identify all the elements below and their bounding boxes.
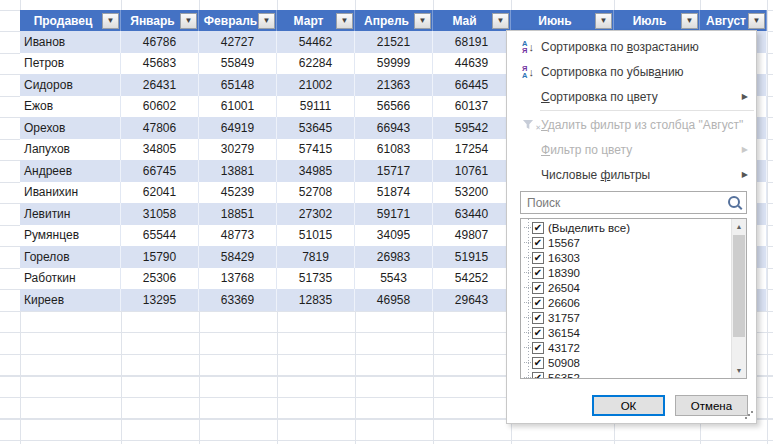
cell-value: 65148 (199, 74, 277, 96)
filter-button[interactable]: ▼ (595, 13, 612, 29)
filter-value-item[interactable]: ✔26504 (521, 280, 746, 295)
cell-seller-name: Иванов (20, 31, 121, 53)
filter-menu: АЯ↓Сортировка по возрастаниюЯА↓Сортировк… (506, 30, 757, 424)
filter-button[interactable]: ▼ (336, 13, 353, 29)
cell-value: 21363 (355, 74, 433, 96)
column-header-6: Май▼ (433, 10, 511, 31)
cell-value: 27302 (277, 203, 355, 225)
checkbox-icon[interactable]: ✔ (532, 312, 544, 324)
column-header-2: Январь▼ (121, 10, 199, 31)
cell-value: 51015 (277, 225, 355, 247)
checkbox-icon[interactable]: ✔ (532, 237, 544, 249)
checkbox-icon[interactable]: ✔ (532, 357, 544, 369)
checkbox-icon[interactable]: ✔ (532, 252, 544, 264)
resize-grip-icon[interactable] (744, 411, 753, 420)
checkbox-icon[interactable]: ✔ (532, 267, 544, 279)
filter-button[interactable]: ▼ (102, 13, 119, 29)
column-header-label: Июнь (538, 14, 586, 28)
cell-value: 54462 (277, 31, 355, 53)
tree-line (524, 377, 531, 378)
scrollbar[interactable]: ▲ ▼ (731, 219, 746, 378)
checkbox-icon[interactable]: ✔ (532, 282, 544, 294)
filter-value-item[interactable]: ✔15567 (521, 235, 746, 250)
checkbox-icon[interactable]: ✔ (532, 342, 544, 354)
menu-item-clear-filter: ✕Удалить фильтр из столбца "Август" (507, 112, 756, 137)
filter-values-list: ▲ ▼ ✔(Выделить все)✔15567✔16303✔18390✔26… (520, 218, 747, 379)
cell-value: 26431 (121, 74, 199, 96)
cell-value: 62041 (121, 182, 199, 204)
table-header-row: Продавец▼Январь▼Февраль▼Март▼Апрель▼Май▼… (20, 10, 767, 31)
cell-value: 65544 (121, 225, 199, 247)
column-header-3: Февраль▼ (199, 10, 277, 31)
cell-value: 58429 (199, 246, 277, 268)
menu-item-number-filters[interactable]: Числовые фильтры▶ (507, 162, 756, 187)
sort-descending-icon: ЯА↓ (515, 65, 541, 79)
filter-button[interactable]: ▼ (492, 13, 509, 29)
cell-value: 68191 (433, 31, 511, 53)
tree-line (524, 242, 531, 243)
filter-value-label: 43172 (548, 342, 580, 354)
cell-value: 7819 (277, 246, 355, 268)
column-header-8: Июль▼ (614, 10, 700, 31)
cancel-button[interactable]: Отмена (675, 395, 748, 416)
filter-value-item[interactable]: ✔16303 (521, 250, 746, 265)
menu-item-label: Фильтр по цвету (541, 143, 632, 157)
cell-seller-name: Сидоров (20, 74, 121, 96)
cell-value: 61001 (199, 96, 277, 118)
cell-value: 57415 (277, 139, 355, 161)
cell-seller-name: Румянцев (20, 225, 121, 247)
cell-value: 17254 (433, 139, 511, 161)
tree-line (524, 332, 531, 333)
filter-value-item[interactable]: ✔56352 (521, 370, 746, 379)
column-header-9: Август▼ (700, 10, 767, 31)
filter-menu-items: АЯ↓Сортировка по возрастаниюЯА↓Сортировк… (507, 34, 756, 187)
cell-seller-name: Горелов (20, 246, 121, 268)
menu-item-sort-descending[interactable]: ЯА↓Сортировка по убыванию (507, 59, 756, 84)
cell-seller-name: Орехов (20, 117, 121, 139)
cell-value: 59111 (277, 96, 355, 118)
checkbox-icon[interactable]: ✔ (532, 297, 544, 309)
checkbox-icon[interactable]: ✔ (532, 327, 544, 339)
filter-value-item[interactable]: ✔36154 (521, 325, 746, 340)
checkbox-icon[interactable]: ✔ (532, 372, 544, 380)
filter-arrow-icon: ▼ (497, 17, 505, 25)
dialog-buttons: ОК Отмена (507, 395, 748, 416)
cell-value: 53200 (433, 182, 511, 204)
checkbox-icon[interactable]: ✔ (532, 222, 544, 234)
filter-select-all-item[interactable]: ✔(Выделить все) (521, 220, 746, 235)
scroll-up-button[interactable]: ▲ (732, 219, 746, 234)
menu-item-label: Числовые фильтры (541, 168, 650, 182)
filter-button[interactable]: ▼ (180, 13, 197, 29)
cell-seller-name: Левитин (20, 203, 121, 225)
cell-value: 45683 (121, 53, 199, 75)
filter-button[interactable]: ▼ (748, 13, 765, 29)
submenu-arrow-icon: ▶ (742, 145, 748, 154)
filter-value-item[interactable]: ✔31757 (521, 310, 746, 325)
search-input[interactable] (520, 191, 747, 214)
filter-value-item[interactable]: ✔43172 (521, 340, 746, 355)
tree-line (524, 347, 531, 348)
cell-value: 59171 (355, 203, 433, 225)
scroll-thumb[interactable] (733, 235, 745, 337)
filter-value-item[interactable]: ✔50908 (521, 355, 746, 370)
filter-value-item[interactable]: ✔18390 (521, 265, 746, 280)
menu-item-sort-by-color[interactable]: Сортировка по цвету▶ (507, 84, 756, 109)
column-header-label: Июль (633, 14, 681, 28)
cell-value: 34805 (121, 139, 199, 161)
scroll-down-button[interactable]: ▼ (732, 363, 746, 378)
filter-button[interactable]: ▼ (414, 13, 431, 29)
column-header-1: Продавец▼ (20, 10, 121, 31)
cell-value: 30279 (199, 139, 277, 161)
column-header-label: Май (452, 14, 490, 28)
ok-button[interactable]: ОК (592, 395, 665, 416)
cell-seller-name: Андреев (20, 160, 121, 182)
column-header-5: Апрель▼ (355, 10, 433, 31)
cell-value: 31058 (121, 203, 199, 225)
menu-item-sort-ascending[interactable]: АЯ↓Сортировка по возрастанию (507, 34, 756, 59)
cell-seller-name: Ежов (20, 96, 121, 118)
filter-value-item[interactable]: ✔26606 (521, 295, 746, 310)
filter-button[interactable]: ▼ (681, 13, 698, 29)
filter-arrow-icon: ▼ (341, 17, 349, 25)
tree-line (524, 302, 531, 303)
filter-button[interactable]: ▼ (258, 13, 275, 29)
